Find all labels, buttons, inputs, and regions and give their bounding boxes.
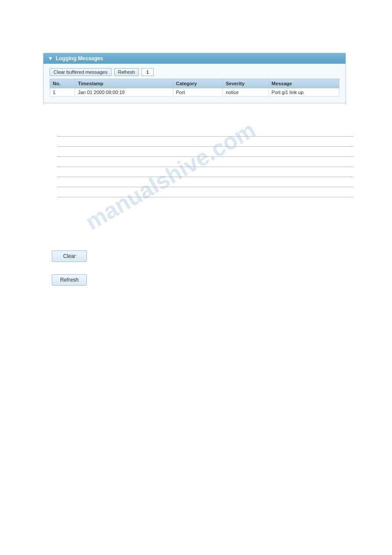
toolbar: Clear buffered messages Refresh <box>50 68 339 76</box>
hr-6 <box>57 187 353 187</box>
col-timestamp: Timestamp <box>75 79 173 88</box>
hr-1 <box>57 136 353 137</box>
clear-buffered-button[interactable]: Clear buffered messages <box>50 68 111 76</box>
panel-body: Clear buffered messages Refresh No. Time… <box>43 64 345 103</box>
col-category: Category <box>173 79 223 88</box>
panel-header-arrow: ▼ <box>48 55 53 62</box>
cell-timestamp: Jan 01 2000 08:00:19 <box>75 88 173 97</box>
hr-3 <box>57 156 353 157</box>
clear-button[interactable]: Clear <box>52 250 87 262</box>
refresh-button-bottom[interactable]: Refresh <box>52 274 87 286</box>
col-message: Message <box>269 79 339 88</box>
table-header-row: No. Timestamp Category Severity Message <box>50 79 339 88</box>
panel-title: Logging Messages <box>56 55 103 62</box>
cell-category: Port <box>173 88 223 97</box>
hr-5 <box>57 177 353 177</box>
hr-7 <box>57 197 353 197</box>
cell-message: Port gi1 link up <box>269 88 339 97</box>
logging-messages-panel: ▼ Logging Messages Clear buffered messag… <box>43 53 346 103</box>
table-row: 1Jan 01 2000 08:00:19PortnoticePort gi1 … <box>50 88 339 97</box>
cell-no: 1 <box>50 88 75 97</box>
hr-2 <box>57 146 353 147</box>
col-no: No. <box>50 79 75 88</box>
hr-4 <box>57 167 353 167</box>
hr-section <box>57 136 353 207</box>
bottom-buttons: Clear Refresh <box>52 250 87 298</box>
panel-header: ▼ Logging Messages <box>43 53 345 64</box>
cell-severity: notice <box>223 88 269 97</box>
log-table: No. Timestamp Category Severity Message … <box>50 79 339 97</box>
page-input[interactable] <box>141 68 154 76</box>
col-severity: Severity <box>223 79 269 88</box>
refresh-button-panel[interactable]: Refresh <box>114 68 139 76</box>
